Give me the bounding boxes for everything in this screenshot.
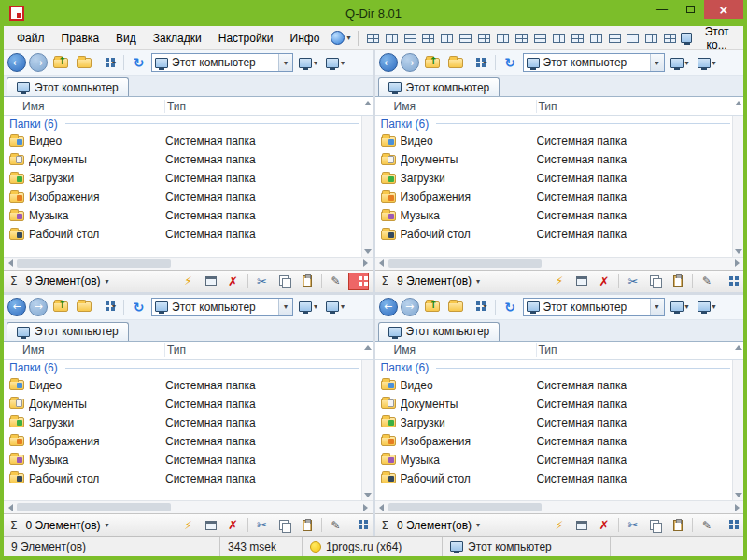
properties-button[interactable] <box>571 273 592 290</box>
column-type[interactable]: Тип <box>537 100 744 113</box>
forward-button[interactable]: → <box>401 298 419 316</box>
folder-list-button[interactable]: ▾ <box>668 53 692 73</box>
tab-this-computer[interactable]: Этот компьютер <box>7 77 129 96</box>
refresh-button[interactable]: ↻ <box>500 297 520 316</box>
scroll-down-icon[interactable] <box>364 493 372 497</box>
file-row[interactable]: ЗагрузкиСистемная папка <box>375 413 731 432</box>
file-row[interactable]: МузыкаСистемная папка <box>4 206 359 225</box>
pane-layout-button[interactable] <box>458 30 474 47</box>
file-row[interactable]: МузыкаСистемная папка <box>375 451 731 469</box>
pane-layout-button[interactable] <box>606 30 623 47</box>
scroll-down-icon[interactable] <box>735 493 742 497</box>
folder-list-button[interactable]: ▾ <box>668 297 692 316</box>
scroll-right-button[interactable] <box>359 501 373 513</box>
file-row[interactable]: МузыкаСистемная папка <box>4 451 359 469</box>
file-row[interactable]: ДокументыСистемная папка <box>375 150 731 169</box>
pane-layout-button[interactable] <box>569 30 585 47</box>
file-row[interactable]: ИзображенияСистемная папка <box>4 432 359 451</box>
drives-button[interactable]: ▾ <box>323 297 347 316</box>
cut-button[interactable]: ✂ <box>623 516 643 534</box>
file-row[interactable]: ИзображенияСистемная папка <box>4 188 359 206</box>
scroll-left-button[interactable] <box>4 501 17 513</box>
cut-button[interactable]: ✂ <box>252 273 273 290</box>
menu-view[interactable]: Вид <box>108 28 144 49</box>
scrollbar-thumb[interactable] <box>388 259 543 268</box>
actions-button[interactable]: ⚡ <box>549 273 570 290</box>
file-row[interactable]: ВидеоСистемная папка <box>4 132 359 150</box>
group-header[interactable]: Папки (6) <box>375 116 731 132</box>
refresh-button[interactable]: ↻ <box>129 53 148 73</box>
forward-button[interactable]: → <box>29 298 48 316</box>
address-dropdown-button[interactable]: ▾ <box>278 54 292 71</box>
properties-button[interactable] <box>201 273 221 290</box>
scroll-down-icon[interactable] <box>364 249 372 254</box>
file-row[interactable]: Рабочий столСистемная папка <box>375 469 731 488</box>
sum-icon[interactable]: Σ <box>379 519 392 532</box>
paste-button[interactable] <box>297 273 317 290</box>
sum-icon[interactable]: Σ <box>7 274 21 287</box>
vertical-scrollbar[interactable] <box>732 116 743 257</box>
edit-button[interactable]: ✎ <box>326 273 346 290</box>
refresh-button[interactable]: ↻ <box>500 53 520 73</box>
goto-folder-button[interactable] <box>445 53 466 73</box>
delete-button[interactable]: ✗ <box>223 273 244 290</box>
column-type[interactable]: Тип <box>165 100 373 113</box>
horizontal-scrollbar[interactable] <box>4 257 373 270</box>
pane-layout-button[interactable] <box>643 30 660 47</box>
file-row[interactable]: ВидеоСистемная папка <box>375 376 731 395</box>
copy-button[interactable] <box>645 516 666 534</box>
cut-button[interactable]: ✂ <box>623 273 643 290</box>
close-button[interactable]: × <box>704 0 743 19</box>
pane-layout-button[interactable] <box>495 30 512 47</box>
file-row[interactable]: ВидеоСистемная папка <box>375 132 731 150</box>
file-row[interactable]: Рабочий столСистемная папка <box>4 225 359 244</box>
address-combobox[interactable]: Этот компьютер ▾ <box>523 53 665 72</box>
column-name[interactable]: Имя <box>22 343 165 357</box>
pane-select-button[interactable] <box>348 273 369 290</box>
scrollbar-thumb[interactable] <box>388 503 543 511</box>
edit-button[interactable]: ✎ <box>697 273 717 290</box>
vertical-scrollbar[interactable] <box>732 360 743 501</box>
pane-layout-button[interactable] <box>662 30 679 47</box>
actions-button[interactable]: ⚡ <box>549 516 570 534</box>
file-row[interactable]: ЗагрузкиСистемная папка <box>4 413 359 432</box>
scrollbar-track[interactable] <box>388 258 731 270</box>
pane-select-button[interactable] <box>348 516 369 534</box>
titlebar[interactable]: Q-Dir 8.01 — × <box>4 0 743 26</box>
delete-button[interactable]: ✗ <box>594 516 614 534</box>
pane-layout-button[interactable] <box>420 30 437 47</box>
folder-list-button[interactable]: ▾ <box>296 53 320 73</box>
paste-button[interactable] <box>668 273 688 290</box>
file-row[interactable]: ДокументыСистемная папка <box>4 150 359 169</box>
delete-button[interactable]: ✗ <box>594 273 614 290</box>
address-combobox[interactable]: Этот компьютер ▾ <box>151 53 293 72</box>
view-menu-button[interactable]: ▾ <box>469 297 490 316</box>
vertical-scrollbar[interactable] <box>361 116 373 257</box>
pane-layout-button[interactable] <box>439 30 456 47</box>
menu-settings[interactable]: Настройки <box>211 28 281 49</box>
drives-button[interactable]: ▾ <box>695 297 719 316</box>
sum-icon[interactable]: Σ <box>379 274 392 287</box>
minimize-button[interactable]: — <box>648 0 676 19</box>
pane-select-button[interactable] <box>719 516 740 534</box>
scroll-left-button[interactable] <box>375 501 388 513</box>
column-type[interactable]: Тип <box>537 343 744 357</box>
properties-button[interactable] <box>571 516 592 534</box>
up-button[interactable]: ↑ <box>422 53 443 73</box>
pane-layout-button[interactable] <box>383 30 400 47</box>
paste-button[interactable] <box>668 516 688 534</box>
column-type[interactable]: Тип <box>165 343 373 357</box>
pane-layout-button[interactable] <box>514 30 530 47</box>
tab-this-computer[interactable]: Этот компьютер <box>378 322 500 341</box>
drives-button[interactable]: ▾ <box>695 53 719 73</box>
copy-button[interactable] <box>645 273 666 290</box>
view-menu-button[interactable]: ▾ <box>97 297 119 316</box>
tab-this-computer[interactable]: Этот компьютер <box>7 322 129 341</box>
scrollbar-track[interactable] <box>17 258 359 270</box>
folder-list-button[interactable]: ▾ <box>296 297 320 316</box>
edit-button[interactable]: ✎ <box>697 516 717 534</box>
actions-button[interactable]: ⚡ <box>178 273 199 290</box>
item-count-dropdown[interactable]: 9 Элемент(ов)▾ <box>393 274 484 287</box>
menu-file[interactable]: Файл <box>9 28 52 49</box>
tab-this-computer[interactable]: Этот компьютер <box>378 77 500 96</box>
